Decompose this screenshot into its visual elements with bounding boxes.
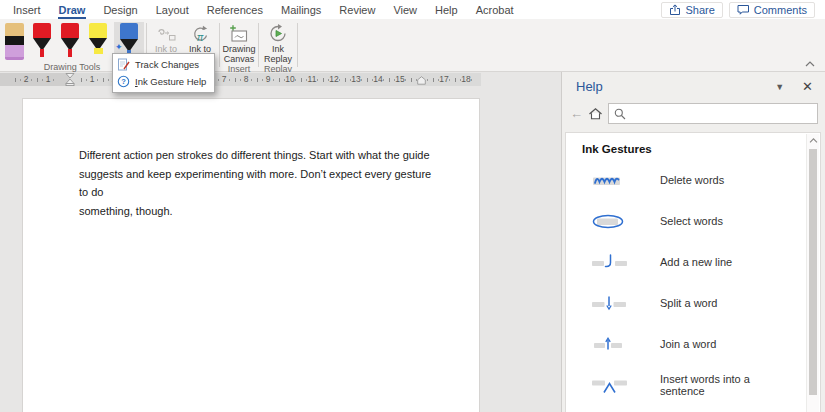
red-pen-icon [33, 23, 51, 61]
ribbon-tab-label: View [393, 4, 417, 16]
close-icon[interactable]: ✕ [802, 80, 813, 93]
eraser-tool[interactable] [2, 22, 26, 62]
comments-button[interactable]: Comments [729, 2, 815, 18]
ribbon-tab[interactable]: Draw [50, 0, 95, 19]
share-button[interactable]: Share [661, 2, 722, 18]
ribbon-tab[interactable]: Layout [147, 0, 198, 19]
paragraph-line: suggests and keep experimenting with mor… [79, 165, 439, 202]
ruler-number: 15 [389, 73, 411, 86]
ribbon-tab[interactable]: View [384, 0, 426, 19]
ribbon-button-label: Ink [272, 44, 284, 54]
ruler-number: 18 [455, 73, 477, 86]
ruler-number: 1 [37, 73, 59, 86]
indent-marker[interactable] [65, 73, 75, 86]
menu-item[interactable]: ? Ink Gesture Help [113, 73, 214, 90]
ruler-number: 8 [235, 73, 257, 86]
comments-icon [737, 4, 750, 16]
sparkle-icon: ✦ [115, 43, 123, 52]
ruler-number: 7 [213, 73, 235, 86]
gesture-row: Select words [582, 200, 790, 241]
document-page[interactable]: Different action pen strokes do differen… [22, 98, 480, 412]
scrollbar-thumb[interactable] [809, 149, 817, 395]
ribbon-tab[interactable]: Mailings [272, 0, 330, 19]
ribbon-button-label: Drawing [223, 44, 256, 54]
group-divider [258, 23, 259, 67]
horizontal-ruler: 21 123456789101112131415161718 [0, 73, 481, 86]
right-indent-marker[interactable] [417, 76, 426, 85]
home-icon[interactable] [588, 107, 603, 120]
ruler-number: 11 [301, 73, 323, 86]
gesture-label: Split a word [660, 297, 717, 309]
ruler-number: 2 [15, 73, 37, 86]
scrollbar[interactable] [806, 134, 819, 412]
ruler-number: 9 [257, 73, 279, 86]
ribbon-tab-label: References [207, 4, 263, 16]
collapse-ribbon-icon[interactable] [805, 61, 815, 67]
ribbon-button[interactable]: Drawing Canvas [222, 22, 256, 64]
drawing-canvas-icon [228, 23, 250, 44]
svg-text:π: π [197, 31, 204, 42]
join-gesture-icon [590, 334, 632, 354]
caret-gesture-icon [590, 375, 632, 395]
highlighter-icon [89, 23, 107, 61]
red-pen-1[interactable] [30, 22, 54, 62]
paragraph-line: something, though. [79, 202, 439, 221]
circle-gesture-icon [590, 211, 632, 231]
menu-item[interactable]: Track Changes [113, 56, 214, 73]
ribbon-tab[interactable]: Acrobat [467, 0, 523, 19]
red-pen-icon [61, 23, 79, 61]
split-gesture-icon [590, 293, 632, 313]
track-changes-icon [117, 58, 130, 71]
gesture-list: Delete words Select words [582, 159, 790, 405]
gesture-label: Insert words into a sentence [660, 373, 790, 397]
group-divider [297, 23, 298, 67]
ink-to-math-icon: π [190, 23, 210, 44]
back-arrow-icon[interactable]: ← [570, 107, 583, 120]
replay-group: Ink Replay Replay [261, 19, 295, 71]
ribbon-tab-label: Layout [156, 4, 189, 16]
ribbon-button-label: Canvas [224, 54, 255, 64]
help-search-input[interactable] [630, 108, 812, 120]
search-icon [614, 108, 626, 120]
help-panel: Help ▼ ✕ ← Ink Gestures [561, 72, 825, 412]
insert-group: Drawing Canvas Insert [222, 19, 256, 71]
paragraph: Different action pen strokes do differen… [79, 146, 439, 220]
top-actions: Share Comments [661, 0, 825, 19]
ruler-number: 13 [345, 73, 367, 86]
group-divider [219, 23, 220, 67]
newline-gesture-icon [590, 252, 632, 272]
ribbon-tab-bar: Insert Draw Design Layout References Mai… [0, 0, 825, 19]
ribbon-button-label: Replay [264, 54, 292, 64]
red-pen-2[interactable] [58, 22, 82, 62]
svg-text:?: ? [121, 77, 126, 86]
ribbon-tab[interactable]: Help [426, 0, 467, 19]
gesture-label: Delete words [660, 174, 724, 186]
scribble-gesture-icon [590, 170, 632, 190]
gesture-label: Add a new line [660, 256, 732, 268]
ribbon-tab-label: Design [103, 4, 137, 16]
ribbon-tabs: Insert Draw Design Layout References Mai… [4, 0, 523, 19]
ribbon-tab[interactable]: Insert [4, 0, 50, 19]
gesture-row: Join a word [582, 323, 790, 364]
ribbon-button[interactable]: Ink Replay [261, 22, 295, 64]
gesture-row: Split a word [582, 282, 790, 323]
help-search-box[interactable] [608, 103, 818, 124]
ribbon-tab-label: Review [339, 4, 375, 16]
menu-item-label: Ink Gesture Help [135, 76, 206, 87]
ribbon-tab[interactable]: Review [330, 0, 384, 19]
scroll-up-icon[interactable] [809, 138, 818, 143]
gesture-label: Join a word [660, 338, 716, 350]
gesture-row: Add a new line [582, 241, 790, 282]
yellow-highlighter[interactable] [86, 22, 110, 62]
ribbon-tab-label: Help [435, 4, 458, 16]
share-icon [669, 4, 681, 16]
gesture-row: Insert words into a sentence [582, 364, 790, 405]
help-section-title: Ink Gestures [582, 143, 790, 155]
ribbon-tab[interactable]: References [198, 0, 272, 19]
ribbon-tab[interactable]: Design [94, 0, 146, 19]
menu-item-label: Track Changes [135, 59, 199, 70]
ribbon-tab-label: Insert [13, 4, 41, 16]
ink-to-shape-icon [156, 23, 176, 44]
panel-options-icon[interactable]: ▼ [775, 82, 784, 92]
ruler-number: 10 [279, 73, 301, 86]
